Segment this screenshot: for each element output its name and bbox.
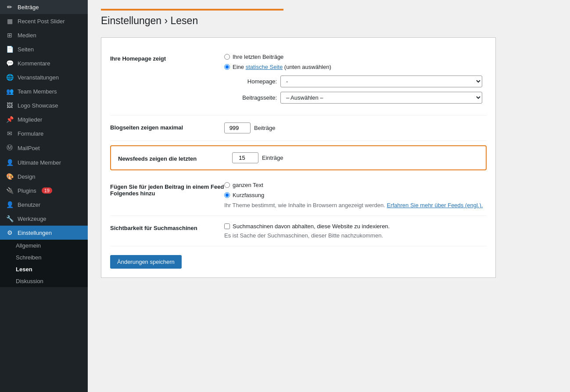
progress-bar-fill: [101, 9, 283, 11]
sidebar-item-einstellungen[interactable]: ⚙ Einstellungen: [0, 226, 88, 240]
blogseiten-content: Beiträge: [224, 122, 487, 133]
blogseiten-input[interactable]: [224, 122, 251, 133]
sidebar-item-plugins[interactable]: 🔌 Plugins 19: [0, 183, 88, 198]
sidebar-item-mailpoet[interactable]: Ⓜ MailPoet: [0, 140, 88, 155]
sidebar-item-kommentare[interactable]: 💬 Kommentare: [0, 56, 88, 70]
submenu-item-allgemein[interactable]: Allgemein: [0, 240, 88, 252]
sidebar-item-design[interactable]: 🎨 Design: [0, 169, 88, 183]
pages-icon: 📄: [5, 46, 14, 53]
settings-icon: ⚙: [5, 229, 14, 236]
sidebar-item-veranstaltungen[interactable]: 🌐 Veranstaltungen: [0, 70, 88, 84]
newsfeeds-input[interactable]: [232, 152, 258, 163]
save-button[interactable]: Änderungen speichern: [110, 255, 182, 269]
page-title: Einstellungen › Lesen: [101, 15, 557, 27]
sichtbarkeit-description: Es ist Sache der Suchmaschinen, dieser B…: [224, 232, 487, 239]
sidebar-item-werkzeuge[interactable]: 🔧 Werkzeuge: [0, 212, 88, 226]
feed-row: Fügen Sie für jeden Beitrag in einem Fee…: [110, 175, 487, 216]
beitragsseite-field-row: Beitragsseite: – Auswählen –: [233, 92, 487, 104]
homepage-static-label: Eine statische Seite (unten auswählen): [233, 64, 331, 70]
homepage-select[interactable]: -: [280, 76, 482, 87]
users-icon: 👤: [5, 201, 14, 208]
blogseiten-suffix: Beiträge: [254, 125, 275, 131]
homepage-latest-radio[interactable]: [224, 54, 230, 60]
homepage-label: Ihre Homepage zeigt: [110, 54, 224, 62]
plugins-icon: 🔌: [5, 187, 14, 194]
sichtbarkeit-label: Sichtbarkeit für Suchmaschinen: [110, 223, 224, 231]
homepage-option-static: Eine statische Seite (unten auswählen): [224, 64, 487, 70]
blogseiten-number-row: Beiträge: [224, 122, 487, 133]
blogseiten-row: Blogseiten zeigen maximal Beiträge: [110, 115, 487, 141]
beitragsseite-label: Beitragsseite:: [233, 94, 277, 101]
submenu-item-schreiben[interactable]: Schreiben: [0, 252, 88, 263]
submenu-item-diskussion[interactable]: Diskussion: [0, 275, 88, 287]
progress-bar: [101, 9, 557, 11]
sidebar-item-team-members[interactable]: 👥 Team Members: [0, 84, 88, 98]
feed-option-summary: Kurzfassung: [224, 192, 487, 198]
newsfeeds-suffix: Einträge: [262, 155, 283, 161]
beitragsseite-select[interactable]: – Auswählen –: [280, 92, 482, 104]
ultimate-member-icon: 👤: [5, 159, 14, 166]
design-icon: 🎨: [5, 173, 14, 180]
homepage-content: Ihre letzten Beiträge Eine statische Sei…: [224, 54, 487, 108]
newsfeeds-label: Newsfeeds zeigen die letzten: [118, 154, 232, 162]
submenu-item-lesen[interactable]: Lesen: [0, 263, 88, 275]
mailpoet-icon: Ⓜ: [5, 144, 14, 152]
newsfeeds-inner: Newsfeeds zeigen die letzten Einträge: [118, 152, 479, 163]
sidebar-item-mitglieder[interactable]: 📌 Mitglieder: [0, 112, 88, 126]
sidebar-item-benutzer[interactable]: 👤 Benutzer: [0, 198, 88, 212]
comments-icon: 💬: [5, 60, 14, 67]
feed-full-radio[interactable]: [224, 182, 230, 188]
sidebar-item-ultimate-member[interactable]: 👤 Ultimate Member: [0, 155, 88, 169]
sidebar-item-medien[interactable]: ⊞ Medien: [0, 28, 88, 42]
logo-icon: 🖼: [5, 102, 14, 109]
events-icon: 🌐: [5, 74, 14, 81]
forms-icon: ✉: [5, 130, 14, 137]
members-icon: 📌: [5, 116, 14, 123]
homepage-field-row: Homepage: -: [233, 76, 487, 87]
sichtbarkeit-row: Sichtbarkeit für Suchmaschinen Suchmasch…: [110, 216, 487, 246]
feed-more-link[interactable]: Erfahren Sie mehr über Feeds (engl.).: [387, 202, 483, 209]
sidebar-item-seiten[interactable]: 📄 Seiten: [0, 42, 88, 56]
slider-icon: ▦: [5, 18, 14, 25]
homepage-latest-label: Ihre letzten Beiträge: [233, 54, 283, 60]
media-icon: ⊞: [5, 32, 14, 39]
tools-icon: 🔧: [5, 215, 14, 222]
feed-label: Fügen Sie für jeden Beitrag in einem Fee…: [110, 182, 224, 197]
settings-form: Ihre Homepage zeigt Ihre letzten Beiträg…: [101, 37, 496, 278]
sichtbarkeit-content: Suchmaschinen davon abhalten, diese Webs…: [224, 223, 487, 239]
static-page-link[interactable]: statische Seite: [246, 64, 283, 70]
sichtbarkeit-checkbox[interactable]: [224, 223, 230, 229]
newsfeeds-highlighted-row: Newsfeeds zeigen die letzten Einträge: [110, 145, 487, 170]
feed-option-full: ganzen Text: [224, 182, 487, 188]
settings-submenu: Allgemein Schreiben Lesen Diskussion: [0, 240, 88, 287]
feed-summary-radio[interactable]: [224, 192, 230, 198]
sidebar-item-formulare[interactable]: ✉ Formulare: [0, 126, 88, 140]
feed-full-label: ganzen Text: [233, 182, 263, 188]
sichtbarkeit-checkbox-row: Suchmaschinen davon abhalten, diese Webs…: [224, 223, 487, 230]
homepage-select-label: Homepage:: [233, 78, 277, 85]
homepage-row: Ihre Homepage zeigt Ihre letzten Beiträg…: [110, 47, 487, 115]
main-content: Einstellungen › Lesen Ihre Homepage zeig…: [88, 0, 570, 392]
newsfeeds-number-row: Einträge: [232, 152, 283, 163]
pencil-icon: ✏: [5, 4, 14, 11]
feed-summary-label: Kurzfassung: [233, 192, 264, 198]
sidebar-item-logo-showcase[interactable]: 🖼 Logo Showcase: [0, 98, 88, 112]
feed-content: ganzen Text Kurzfassung Ihr Theme bestim…: [224, 182, 487, 209]
sidebar: ✏ Beiträge ▦ Recent Post Slider ⊞ Medien…: [0, 0, 88, 392]
homepage-option-latest: Ihre letzten Beiträge: [224, 54, 487, 60]
team-icon: 👥: [5, 88, 14, 95]
sichtbarkeit-option-label: Suchmaschinen davon abhalten, diese Webs…: [233, 223, 390, 230]
sidebar-item-recent-post-slider[interactable]: ▦ Recent Post Slider: [0, 14, 88, 28]
homepage-static-radio[interactable]: [224, 64, 230, 70]
blogseiten-label: Blogseiten zeigen maximal: [110, 122, 224, 131]
feed-description: Ihr Theme bestimmt, wie Inhalte in Brows…: [224, 202, 487, 209]
sidebar-item-beitraege[interactable]: ✏ Beiträge: [0, 0, 88, 14]
homepage-fields: Homepage: - Beitragsseite: – Auswählen –: [233, 76, 487, 104]
plugins-badge: 19: [42, 187, 52, 194]
